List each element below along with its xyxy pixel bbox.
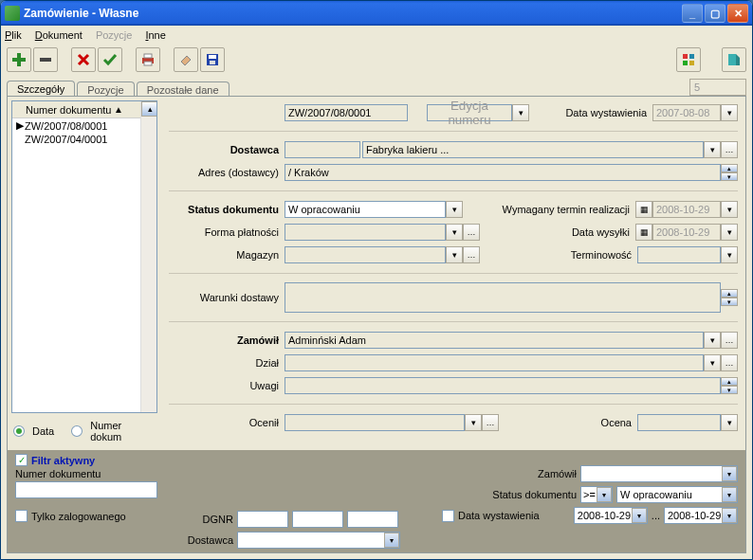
uwagi-field[interactable] <box>285 377 721 394</box>
menu-inne[interactable]: Inne <box>145 29 165 41</box>
zamowil-filter-combo[interactable]: ▾ <box>580 465 738 482</box>
warunki-field[interactable] <box>285 282 721 313</box>
data-wystawienia-check[interactable] <box>442 510 454 522</box>
spin-down-icon[interactable]: ▾ <box>721 298 738 306</box>
dgnr-input-2[interactable] <box>292 511 343 528</box>
exit-button[interactable] <box>722 47 746 72</box>
ocenil-label: Ocenił <box>169 417 285 428</box>
sort-caret-icon: ▲ <box>114 104 123 115</box>
wymagany-termin-label: Wymagany termin realizacji <box>503 204 635 215</box>
dropdown-icon[interactable]: ▾ <box>446 201 463 218</box>
dgnr-input-1[interactable] <box>237 511 288 528</box>
dropdown-icon[interactable]: ▾ <box>446 224 463 241</box>
dropdown-icon[interactable]: ▾ <box>704 354 721 371</box>
close-button[interactable]: ✕ <box>727 4 748 23</box>
sort-radios: Data Numer dokum <box>8 417 161 445</box>
data-wysylki-field: 2008-10-29 <box>652 224 721 241</box>
svg-rect-2 <box>40 58 51 62</box>
menubar: Plik Dokument Pozycje Inne <box>1 26 752 45</box>
status-op-combo[interactable]: >= ▾ <box>580 486 613 503</box>
dropdown-icon[interactable]: ▾ <box>721 414 738 431</box>
dropdown-icon[interactable]: ▾ <box>465 414 482 431</box>
magazyn-label: Magazyn <box>169 249 285 261</box>
list-item[interactable]: ZW/2007/04/0001 <box>12 133 140 146</box>
erase-button[interactable] <box>174 47 198 72</box>
status-val-combo[interactable]: W opracowaniu▾ <box>616 486 738 503</box>
zamowil-filter-label: Zamówił <box>442 468 577 479</box>
dropdown-icon[interactable]: ▾ <box>721 224 738 241</box>
edycja-numeru-button[interactable]: Edycja numeru <box>427 104 512 121</box>
tylko-zalogowanego-check[interactable]: Tylko zalogowanego <box>15 510 167 522</box>
spin-up-icon[interactable]: ▴ <box>721 377 738 386</box>
lookup-icon[interactable]: … <box>463 246 480 263</box>
forma-field[interactable] <box>285 224 446 241</box>
toolbar <box>1 45 752 75</box>
dzial-field[interactable] <box>285 354 704 371</box>
document-listbox[interactable]: Numer dokumentu ▲ ▶ZW/2007/08/0001 ZW/20… <box>11 100 157 413</box>
cal-icon[interactable]: ▦ <box>635 201 652 218</box>
magazyn-field[interactable] <box>285 246 446 263</box>
svg-rect-7 <box>209 55 216 59</box>
ocena-field[interactable] <box>637 414 721 431</box>
app-icon <box>5 6 20 21</box>
dropdown-icon[interactable]: ▾ <box>721 246 738 263</box>
numer-dokumentu-input[interactable] <box>15 481 157 498</box>
print-button[interactable] <box>136 47 160 72</box>
radio-data[interactable] <box>13 425 25 437</box>
list-item[interactable]: ▶ZW/2007/08/0001 <box>12 118 140 133</box>
dostawca-filter-combo[interactable]: ▾ <box>237 532 400 549</box>
maximize-button[interactable]: ▢ <box>705 4 725 23</box>
delete-button[interactable] <box>71 47 96 72</box>
date-sep: ... <box>652 510 660 521</box>
svg-rect-1 <box>12 58 26 62</box>
approve-button[interactable] <box>98 47 122 72</box>
adres-field: / Kraków <box>285 164 721 181</box>
date-dropdown-icon[interactable]: ▾ <box>721 104 738 121</box>
menu-dokument[interactable]: Dokument <box>35 29 83 41</box>
dropdown-icon[interactable]: ▾ <box>446 246 463 263</box>
lookup-icon[interactable]: … <box>721 141 738 158</box>
dropdown-icon[interactable]: ▾ <box>704 141 721 158</box>
dgnr-input-3[interactable] <box>347 511 398 528</box>
save-button[interactable] <box>200 47 225 72</box>
filtr-aktywny-check[interactable]: ✓ Filtr aktywny <box>15 454 167 466</box>
lookup-icon[interactable]: … <box>721 332 738 349</box>
dostawca-label: Dostawca <box>169 144 285 155</box>
date-from-combo[interactable]: 2008-10-29▾ <box>574 507 648 524</box>
radio-num[interactable] <box>71 425 83 437</box>
tab-szczegoly[interactable]: Szczegóły <box>7 81 75 97</box>
uwagi-label: Uwagi <box>169 380 285 391</box>
minimize-button[interactable]: _ <box>682 4 703 23</box>
spin-up-icon[interactable]: ▴ <box>721 289 738 298</box>
lookup-icon[interactable]: … <box>482 414 499 431</box>
dropdown-icon[interactable]: ▾ <box>721 201 738 218</box>
data-wystawienia-label: Data wystawienia <box>565 107 652 118</box>
svg-rect-11 <box>683 61 688 65</box>
menu-plik[interactable]: Plik <box>5 29 22 41</box>
spin-down-icon[interactable]: ▾ <box>721 172 738 181</box>
ocena-label: Ocena <box>601 417 637 428</box>
spin-up-icon[interactable]: ▴ <box>721 164 738 172</box>
spin-down-icon[interactable]: ▾ <box>721 386 738 394</box>
menu-pozycje: Pozycje <box>96 29 133 41</box>
form-panel: ZW/2007/08/0001 Edycja numeru ▾ Data wys… <box>161 97 745 445</box>
dostawca-code[interactable] <box>285 141 360 158</box>
tab-row: Szczegóły Pozycje Pozostałe dane 5 <box>1 75 752 96</box>
ocenil-field[interactable] <box>285 414 465 431</box>
cal-icon[interactable]: ▦ <box>635 224 652 241</box>
date-to-combo[interactable]: 2008-10-29▾ <box>664 507 738 524</box>
status-field[interactable]: W opracowaniu <box>285 201 446 218</box>
terminowosc-field[interactable] <box>637 246 721 263</box>
status-filter-label: Status dokumentu <box>442 489 577 500</box>
titlebar[interactable]: Zamówienie - Własne _ ▢ ✕ <box>1 1 752 26</box>
lookup-icon[interactable]: … <box>463 224 480 241</box>
dropdown-icon[interactable]: ▾ <box>512 104 529 121</box>
add-button[interactable] <box>7 47 31 72</box>
list-scrollbar[interactable]: ▴ <box>140 101 156 412</box>
color-toggle-button[interactable] <box>676 47 701 72</box>
dostawca-name: Fabryka lakieru ... <box>362 141 704 158</box>
page-number: 5 <box>689 79 746 96</box>
lookup-icon[interactable]: … <box>721 354 738 371</box>
dropdown-icon[interactable]: ▾ <box>704 332 721 349</box>
remove-button[interactable] <box>33 47 58 72</box>
